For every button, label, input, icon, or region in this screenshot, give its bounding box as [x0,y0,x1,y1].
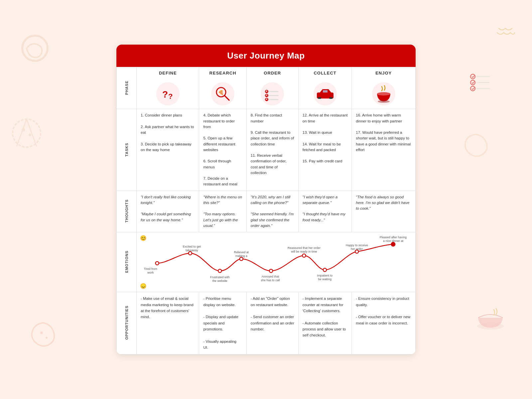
svg-point-4 [22,128,25,131]
thoughts-collect: "I wish they'd open a separate queue." "… [298,191,352,232]
svg-point-41 [391,242,395,246]
phase-research-title: RESEARCH [203,71,242,79]
phase-enjoy-cell: ENJOY [352,67,416,109]
thoughts-research: "Where is the menu on this site?" "Too m… [199,191,246,232]
emotions-row-label: EMOTIONS [117,232,137,292]
svg-point-31 [377,92,390,96]
phase-define-icon: ? ? [156,82,180,105]
phase-collect-icon [314,82,337,105]
phase-row-label: PHASE [117,67,137,109]
svg-point-39 [323,268,327,272]
svg-line-18 [224,96,229,100]
opportunities-collect: - Implement a separate counter at restau… [298,292,352,354]
journey-table-wrapper: PHASE DEFINE ? ? [116,67,416,354]
opportunities-row: OPPORTUNITIES - Make use of email & soci… [117,292,416,354]
phase-collect-cell: COLLECT [298,67,352,109]
opportunities-enjoy: - Ensure consistency in product quality.… [352,292,416,354]
journey-map-container: User Journey Map PHASE DEFINE ? ? [116,45,416,354]
svg-text:Pleased after having: Pleased after having [380,236,407,239]
svg-text:making a: making a [235,254,247,258]
thoughts-order: "It's 2020, why am I still calling on th… [246,191,298,232]
svg-text:Annoyed that: Annoyed that [262,275,279,278]
phase-collect-title: COLLECT [303,71,348,79]
svg-text:Excited to get: Excited to get [183,245,201,248]
noodle-decoration [495,27,515,41]
phase-enjoy-title: ENJOY [356,71,411,79]
svg-point-35 [218,269,221,273]
emotions-row: EMOTIONS 😊 😞 [117,232,416,292]
phase-research-cell: RESEARCH 🍕 [199,67,246,109]
phase-order-icon [261,82,284,105]
svg-point-38 [302,254,306,257]
emotions-label-text: EMOTIONS [125,251,129,273]
svg-point-8 [470,74,475,79]
svg-point-37 [269,269,273,273]
emotion-chart-svg: Tired from work Excited to get takeaway … [141,235,411,288]
thoughts-define: "I don't really feel like cooking tonigh… [137,191,199,232]
tasks-enjoy: 16. Arrive home with warm dinner to enjo… [352,109,416,191]
tasks-row-label: TASKS [117,109,137,191]
phase-define-cell: DEFINE ? ? [137,67,199,109]
svg-text:?: ? [168,92,173,100]
tasks-order: 8. Find the contact number 9. Call the r… [246,109,298,191]
svg-point-12 [470,86,475,91]
svg-text:Impatient to: Impatient to [317,274,333,277]
svg-point-0 [22,36,48,61]
svg-text:Frustrated with: Frustrated with [210,276,230,279]
thoughts-label-text: THOUGHTS [125,199,129,223]
svg-text:Tired from: Tired from [144,267,157,271]
cookie-decoration-2 [30,321,57,349]
opportunities-row-label: OPPORTUNITIES [117,292,137,354]
svg-text:Happy to receive: Happy to receive [346,244,368,247]
opportunities-label-text: OPPORTUNITIES [125,305,129,340]
phase-research-icon: 🍕 [211,82,234,105]
svg-point-10 [470,80,475,85]
pizza-decoration [10,116,43,151]
svg-text:the website: the website [212,279,227,283]
svg-text:takeaway: takeaway [186,249,198,252]
sad-icon: 😞 [140,283,147,289]
tasks-research: 4. Debate which restaurant to order from… [199,109,246,191]
svg-rect-28 [329,97,332,99]
svg-line-3 [27,119,37,146]
svg-text:Reassured that her order: Reassured that her order [288,246,321,250]
svg-text:a nice dinner at: a nice dinner at [383,239,404,243]
tasks-row: TASKS 1. Consider dinner plans 2. Ask pa… [117,109,416,191]
svg-text:?: ? [162,89,168,100]
svg-point-5 [29,133,31,136]
svg-text:be waiting: be waiting [318,278,332,281]
svg-text:🍕: 🍕 [218,90,224,96]
svg-point-32 [378,100,390,103]
opportunities-define: - Make use of email & social media marke… [137,292,199,354]
journey-table: PHASE DEFINE ? ? [116,67,416,354]
cookie-decoration-1 [20,33,50,65]
page-title: User Journey Map [116,45,416,67]
bowl-decoration-right [475,308,505,332]
phase-label-text: PHASE [125,81,129,95]
svg-rect-29 [323,90,328,93]
svg-text:she has to call: she has to call [261,279,280,282]
phase-order-title: ORDER [251,71,294,79]
thoughts-row: THOUGHTS "I don't really feel like cooki… [117,191,416,232]
opportunities-order: - Add an "Order" option on restaurant we… [246,292,298,354]
cookie-decoration-3 [464,133,489,159]
svg-point-1 [13,119,41,147]
phase-order-cell: ORDER [246,67,298,109]
svg-point-33 [156,262,159,265]
svg-text:Relieved at: Relieved at [234,251,249,254]
svg-point-36 [240,257,243,261]
tasks-define: 1. Consider dinner plans 2. Ask partner … [137,109,199,191]
svg-point-34 [189,252,192,255]
tasks-label-text: TASKS [125,143,129,156]
tasks-collect: 12. Arrive at the restaurant on time 13.… [298,109,352,191]
checklist-decoration [469,70,492,95]
phase-define-title: DEFINE [141,71,195,79]
svg-text:her order: her order [351,247,363,251]
svg-point-14 [477,323,504,329]
svg-line-2 [17,119,27,146]
svg-text:will be ready in time: will be ready in time [291,250,317,253]
thoughts-enjoy: "The food is always so good here. I'm so… [352,191,416,232]
svg-rect-27 [318,97,321,99]
emotions-graph-cell: 😊 😞 [137,232,416,292]
phase-row: PHASE DEFINE ? ? [117,67,416,109]
